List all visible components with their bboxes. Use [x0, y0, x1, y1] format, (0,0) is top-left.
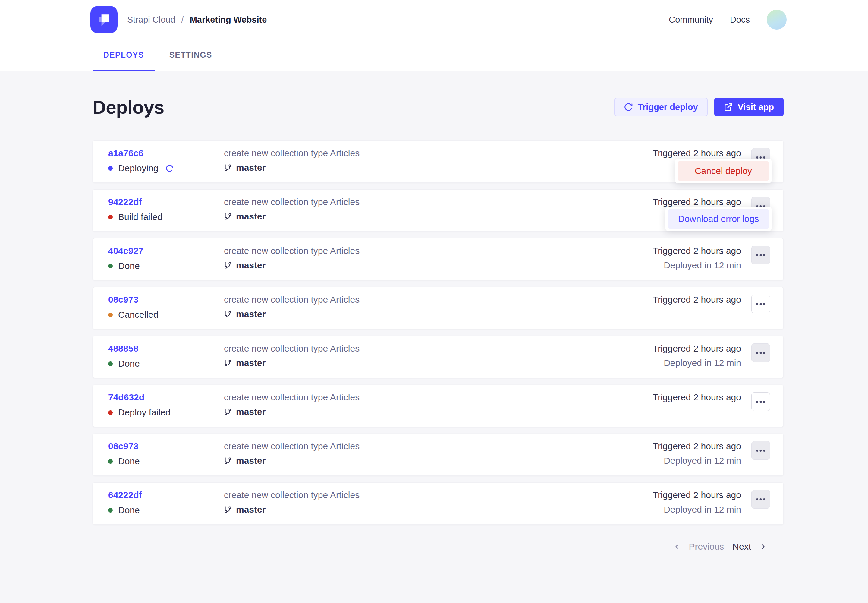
row-more-button[interactable]	[751, 246, 770, 264]
branch-label: master	[236, 211, 266, 222]
deploy-id-cell: 64222df Done	[108, 490, 224, 515]
status-dot	[108, 313, 113, 317]
deploy-status: Cancelled	[108, 310, 224, 320]
strapi-logo-icon[interactable]	[90, 6, 117, 33]
deploy-info-cell: create new collection type Articles mast…	[224, 295, 652, 319]
main-content: Deploys Trigger deploy	[93, 71, 784, 552]
deploy-status: Deploying	[108, 163, 224, 173]
triggered-label: Triggered 2 hours ago	[652, 441, 741, 451]
row-actions-menu: Cancel deploy	[675, 159, 772, 183]
branch: master	[224, 358, 652, 368]
row-more-button[interactable]	[751, 295, 770, 313]
deploy-status: Build failed	[108, 212, 224, 222]
row-more-button[interactable]	[751, 490, 770, 509]
deploy-row: 488858 Done create new collection type A…	[93, 336, 784, 378]
status-label: Done	[118, 505, 140, 515]
git-branch-icon	[224, 359, 232, 367]
deploy-info-cell: create new collection type Articles mast…	[224, 490, 652, 515]
pagination-next[interactable]: Next	[732, 541, 767, 552]
trigger-deploy-button[interactable]: Trigger deploy	[614, 98, 708, 116]
commit-hash-link[interactable]: 94222df	[108, 197, 142, 207]
row-actions-menu: Download error logs	[666, 207, 772, 231]
git-branch-icon	[224, 213, 232, 220]
nav-community-link[interactable]: Community	[669, 15, 713, 25]
breadcrumb-current: Marketing Website	[190, 15, 267, 25]
deploy-row: 08c973 Cancelled create new collection t…	[93, 287, 784, 329]
status-dot	[108, 362, 113, 366]
deploy-status: Done	[108, 456, 224, 467]
page-header: Deploys Trigger deploy	[93, 71, 784, 125]
commit-hash-link[interactable]: 488858	[108, 343, 138, 354]
git-branch-icon	[224, 408, 232, 416]
external-link-icon	[724, 102, 733, 111]
branch-label: master	[236, 260, 266, 271]
tab-settings[interactable]: SETTINGS	[159, 39, 223, 71]
status-dot	[108, 264, 113, 268]
more-dots-icon	[756, 449, 766, 452]
breadcrumb-root[interactable]: Strapi Cloud	[127, 15, 175, 25]
status-label: Done	[118, 456, 140, 467]
deploy-id-cell: 404c927 Done	[108, 246, 224, 271]
commit-message: create new collection type Articles	[224, 197, 652, 207]
status-dot	[108, 459, 113, 464]
commit-hash-link[interactable]: 404c927	[108, 246, 144, 256]
commit-hash-link[interactable]: 08c973	[108, 295, 138, 305]
commit-hash-link[interactable]: a1a76c6	[108, 148, 144, 158]
chevron-right-icon	[759, 543, 767, 550]
breadcrumb: Strapi Cloud / Marketing Website	[127, 15, 267, 25]
branch: master	[224, 260, 652, 271]
cancel-deploy-menu-item[interactable]: Cancel deploy	[678, 161, 769, 181]
deploy-timing-cell: Triggered 2 hours ago Deployed in 12 min	[652, 490, 741, 515]
commit-message: create new collection type Articles	[224, 148, 652, 158]
more-dots-icon	[756, 498, 766, 501]
git-branch-icon	[224, 506, 232, 513]
deploy-id-cell: 94222df Build failed	[108, 197, 224, 222]
status-label: Done	[118, 359, 140, 369]
visit-app-button[interactable]: Visit app	[714, 98, 784, 116]
user-avatar[interactable]	[767, 10, 787, 29]
branch-label: master	[236, 162, 266, 173]
chevron-left-icon	[673, 543, 681, 550]
row-more-button[interactable]	[751, 441, 770, 460]
spinner-icon	[165, 164, 174, 172]
visit-app-label: Visit app	[738, 102, 774, 112]
deploy-info-cell: create new collection type Articles mast…	[224, 148, 652, 173]
row-more-button[interactable]	[751, 343, 770, 362]
deploy-row: 08c973 Done create new collection type A…	[93, 434, 784, 476]
branch-label: master	[236, 504, 266, 515]
branch: master	[224, 456, 652, 466]
row-more-button[interactable]	[751, 392, 770, 411]
nav-docs-link[interactable]: Docs	[730, 15, 750, 25]
more-dots-icon	[756, 400, 766, 403]
branch-label: master	[236, 456, 266, 466]
deploy-info-cell: create new collection type Articles mast…	[224, 441, 652, 466]
deploy-status: Done	[108, 261, 224, 271]
deploy-info-cell: create new collection type Articles mast…	[224, 246, 652, 271]
commit-hash-link[interactable]: 08c973	[108, 441, 138, 451]
download-error-logs-menu-item[interactable]: Download error logs	[668, 209, 769, 229]
commit-message: create new collection type Articles	[224, 441, 652, 451]
git-branch-icon	[224, 457, 232, 465]
commit-message: create new collection type Articles	[224, 295, 652, 305]
status-label: Cancelled	[118, 310, 158, 320]
branch: master	[224, 407, 652, 417]
deploy-id-cell: 08c973 Cancelled	[108, 295, 224, 320]
breadcrumb-separator: /	[181, 15, 184, 25]
top-bar: Strapi Cloud / Marketing Website Communi…	[0, 0, 868, 39]
status-dot	[108, 508, 113, 513]
branch: master	[224, 162, 652, 173]
deploy-id-cell: 08c973 Done	[108, 441, 224, 467]
pagination-previous[interactable]: Previous	[673, 541, 724, 552]
triggered-label: Triggered 2 hours ago	[652, 343, 741, 354]
status-label: Done	[118, 261, 140, 271]
commit-hash-link[interactable]: 64222df	[108, 490, 142, 500]
branch-label: master	[236, 309, 266, 319]
tab-deploys[interactable]: DEPLOYS	[93, 39, 155, 71]
deploy-status: Done	[108, 505, 224, 515]
deploy-row: 404c927 Done create new collection type …	[93, 238, 784, 280]
more-dots-icon	[756, 303, 766, 305]
deployed-label: Deployed in 12 min	[652, 260, 741, 271]
deploy-info-cell: create new collection type Articles mast…	[224, 392, 652, 417]
commit-hash-link[interactable]: 74d632d	[108, 392, 144, 402]
deploy-info-cell: create new collection type Articles mast…	[224, 343, 652, 368]
